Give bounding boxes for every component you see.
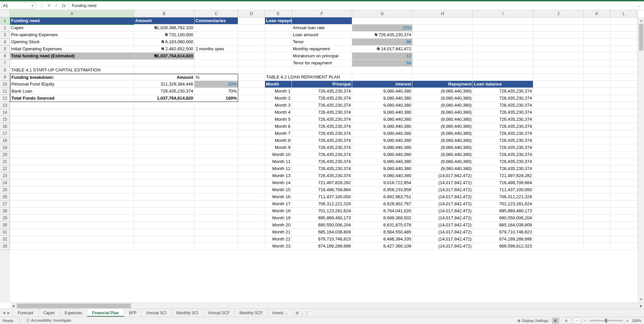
row-header-25[interactable]: 25 <box>0 186 10 194</box>
cell-A11[interactable]: Bank Loan <box>10 88 134 95</box>
cell-I5[interactable] <box>473 46 533 53</box>
cell-D11[interactable] <box>238 88 265 95</box>
cell-K7[interactable] <box>584 60 610 67</box>
cell-C26[interactable] <box>195 194 238 201</box>
cell-G13[interactable]: 9,080,440,380 <box>352 102 413 109</box>
cell-C10[interactable]: 30% <box>195 81 238 88</box>
cell-K29[interactable] <box>584 215 610 222</box>
cell-E22[interactable]: Month 12 <box>265 165 292 172</box>
cell-E27[interactable]: Month 17 <box>265 201 292 208</box>
cell-G33[interactable]: 8,427,366,109 <box>352 243 413 250</box>
cell-J7[interactable] <box>533 60 584 67</box>
cell-K11[interactable] <box>584 88 610 95</box>
cell-J14[interactable] <box>533 109 584 116</box>
cell-G1[interactable] <box>352 17 413 24</box>
cell-H23[interactable]: (14,017,842,472) <box>413 172 473 179</box>
sheet-tab-expenses[interactable]: Expenses <box>60 309 87 317</box>
cell-I7[interactable] <box>473 60 533 67</box>
cell-G24[interactable]: 9,018,722,854 <box>352 179 413 186</box>
cell-J27[interactable] <box>533 201 584 208</box>
cell-H16[interactable]: (9,080,440,380) <box>413 123 473 130</box>
cell-G16[interactable]: 9,080,440,380 <box>352 123 413 130</box>
cell-K4[interactable] <box>584 39 610 46</box>
cell-K17[interactable] <box>584 130 610 137</box>
cell-A25[interactable] <box>10 186 134 194</box>
cell-J11[interactable] <box>533 88 584 95</box>
formula-expand-icon[interactable]: ⌄ <box>636 4 643 7</box>
cell-C5[interactable]: 2 months opex <box>195 46 238 53</box>
cell-I24[interactable]: 716,498,708,664 <box>473 179 533 186</box>
cell-I30[interactable]: 685,164,038,809 <box>473 222 533 229</box>
cell-C9[interactable]: % <box>195 74 238 81</box>
cell-D26[interactable] <box>238 194 265 201</box>
cell-K24[interactable] <box>584 179 610 186</box>
cell-I11[interactable]: 726,435,230,374 <box>473 88 533 95</box>
row-header-16[interactable]: 16 <box>0 123 10 130</box>
column-header-E[interactable]: E <box>265 10 292 17</box>
row-header-22[interactable]: 22 <box>0 165 10 172</box>
cell-D17[interactable] <box>238 130 265 137</box>
cell-L30[interactable] <box>610 222 637 229</box>
cell-D32[interactable] <box>238 236 265 243</box>
cell-G17[interactable]: 9,080,440,380 <box>352 130 413 137</box>
cell-K9[interactable] <box>584 74 610 81</box>
cell-C22[interactable] <box>195 165 238 172</box>
cell-A15[interactable] <box>10 116 134 123</box>
cell-J15[interactable] <box>533 116 584 123</box>
cell-E11[interactable]: Month 1 <box>265 88 292 95</box>
cell-G3[interactable]: ₦ 726,435,230,374 <box>352 32 413 39</box>
cell-B13[interactable] <box>134 102 195 109</box>
cell-E20[interactable]: Month 10 <box>265 151 292 158</box>
cell-L22[interactable] <box>610 165 637 172</box>
cell-G22[interactable]: 9,080,440,380 <box>352 165 413 172</box>
cell-B4[interactable]: ₦ 6,163,080,000 <box>134 39 195 46</box>
cell-E31[interactable]: Month 21 <box>265 229 292 236</box>
cell-I27[interactable]: 701,123,281,624 <box>473 201 533 208</box>
cell-K19[interactable] <box>584 144 610 151</box>
select-all-corner[interactable] <box>0 10 10 17</box>
cell-G23[interactable]: 9,080,440,380 <box>352 172 413 179</box>
cell-B28[interactable] <box>134 208 195 215</box>
cell-J5[interactable] <box>533 46 584 53</box>
cell-I23[interactable]: 721,497,828,282 <box>473 172 533 179</box>
cell-G27[interactable]: 8,828,902,767 <box>352 201 413 208</box>
cell-B27[interactable] <box>134 201 195 208</box>
cell-B30[interactable] <box>134 222 195 229</box>
fx-icon[interactable]: ƒx <box>60 2 67 9</box>
cell-F23[interactable]: 726,435,230,374 <box>292 172 352 179</box>
cell-H29[interactable]: (14,017,842,472) <box>413 215 473 222</box>
cell-E28[interactable]: Month 18 <box>265 208 292 215</box>
cell-B22[interactable] <box>134 165 195 172</box>
cell-A27[interactable] <box>10 201 134 208</box>
cell-L16[interactable] <box>610 123 637 130</box>
cell-F22[interactable]: 726,435,230,374 <box>292 165 352 172</box>
cell-D28[interactable] <box>238 208 265 215</box>
row-header-10[interactable]: 10 <box>0 81 10 88</box>
cell-F28[interactable]: 701,123,281,624 <box>292 208 352 215</box>
cell-H28[interactable]: (14,017,842,472) <box>413 208 473 215</box>
cell-B17[interactable] <box>134 130 195 137</box>
cell-H8[interactable] <box>413 67 473 74</box>
cell-I2[interactable] <box>473 24 533 32</box>
horizontal-scrollbar[interactable]: ◀ ▶ <box>10 303 644 309</box>
column-header-H[interactable]: H <box>413 10 473 17</box>
cell-K13[interactable] <box>584 102 610 109</box>
cell-E16[interactable]: Month 6 <box>265 123 292 130</box>
cell-K14[interactable] <box>584 109 610 116</box>
row-header-9[interactable]: 9 <box>0 74 10 81</box>
cell-A3[interactable]: Pre-operating Expenses <box>10 32 134 39</box>
row-header-2[interactable]: 2 <box>0 24 10 32</box>
cell-J30[interactable] <box>533 222 584 229</box>
cell-E30[interactable]: Month 20 <box>265 222 292 229</box>
cell-H7[interactable] <box>413 60 473 67</box>
column-header-A[interactable]: A <box>10 10 134 17</box>
view-page-layout-icon[interactable]: ▤ <box>562 318 570 324</box>
cell-H13[interactable]: (9,080,440,380) <box>413 102 473 109</box>
cell-K15[interactable] <box>584 116 610 123</box>
cell-F24[interactable]: 721,497,828,282 <box>292 179 352 186</box>
cell-B7[interactable] <box>134 60 195 67</box>
cell-K12[interactable] <box>584 95 610 102</box>
cell-A31[interactable] <box>10 229 134 236</box>
cell-I31[interactable]: 679,710,746,823 <box>473 229 533 236</box>
cell-I12[interactable]: 726,435,230,374 <box>473 95 533 102</box>
